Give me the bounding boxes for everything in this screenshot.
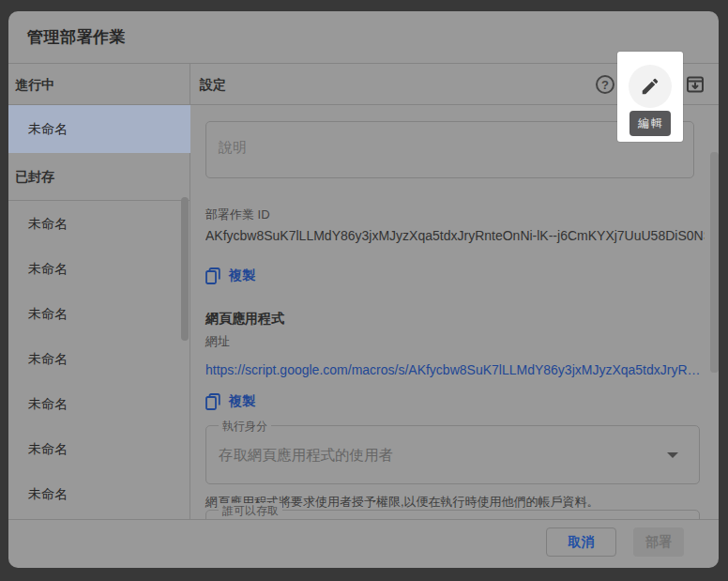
deployment-id-value: AKfycbw8SuK7lLLMdY86y3jxMJyzXqa5tdxJryRn…: [205, 228, 705, 243]
deploy-button[interactable]: 部署: [633, 527, 684, 557]
sidebar-item-archived[interactable]: 未命名: [8, 201, 190, 246]
edit-pencil-icon: [640, 76, 660, 97]
webapp-url-link[interactable]: https://script.google.com/macros/s/AKfyc…: [205, 362, 705, 377]
edit-tooltip: 編輯: [629, 111, 671, 136]
webapp-url: https://script.google.com/macros/s/AKfyc…: [205, 362, 705, 377]
sidebar-item-archived[interactable]: 未命名: [8, 246, 190, 291]
url-label: 網址: [205, 333, 230, 350]
copy-deployment-id-button[interactable]: 複製: [205, 266, 255, 286]
copy-icon: [205, 268, 220, 284]
chevron-down-icon: [667, 452, 678, 458]
edit-button-spotlight: 編輯: [617, 52, 683, 142]
screen: 管理部署作業 進行中 未命名 已封存 未命名未命名未命名未命名未命名未命名未命名…: [0, 0, 728, 581]
sidebar-item-archived[interactable]: 未命名: [8, 336, 190, 381]
manage-deployments-dialog: 管理部署作業 進行中 未命名 已封存 未命名未命名未命名未命名未命名未命名未命名…: [8, 11, 719, 568]
webapp-section-header: 網頁應用程式: [205, 311, 284, 328]
deployments-sidebar: 進行中 未命名 已封存 未命名未命名未命名未命名未命名未命名未命名: [8, 64, 190, 519]
settings-panel-body: 部署作業 ID AKfycbw8SuK7lLLMdY86y3jxMJyzXqa5…: [190, 105, 719, 519]
sidebar-item-archived[interactable]: 未命名: [8, 471, 190, 516]
cancel-button[interactable]: 取消: [546, 527, 616, 557]
sidebar-item-selected[interactable]: 未命名: [8, 105, 190, 153]
deployment-id-label: 部署作業 ID: [205, 206, 270, 223]
sidebar-scrollbar-thumb[interactable]: [181, 197, 189, 341]
sidebar-header-active: 進行中: [8, 64, 190, 105]
dialog-footer: 取消 部署: [8, 519, 719, 568]
access-label: 誰可以存取: [219, 503, 282, 519]
edit-button[interactable]: [629, 65, 672, 108]
settings-title: 設定: [200, 64, 226, 105]
help-icon[interactable]: ?: [595, 74, 615, 95]
execute-as-value: 存取網頁應用程式的使用者: [219, 426, 661, 483]
copy-label: 複製: [229, 268, 255, 284]
copy-label: 複製: [229, 393, 255, 410]
copy-icon: [205, 393, 220, 410]
sidebar-header-archived: 已封存: [8, 153, 190, 201]
sidebar-item-archived[interactable]: 未命名: [8, 291, 190, 336]
copy-url-button[interactable]: 複製: [205, 391, 255, 412]
dialog-title: 管理部署作業: [27, 11, 126, 64]
sidebar-item-archived[interactable]: 未命名: [8, 381, 190, 426]
sidebar-item-archived[interactable]: 未命名: [8, 426, 190, 471]
sidebar-archived-list: 未命名未命名未命名未命名未命名未命名未命名: [8, 201, 190, 519]
access-select[interactable]: 誰可以存取: [205, 510, 700, 519]
dialog-title-bar: 管理部署作業: [8, 11, 719, 64]
execute-as-select[interactable]: 執行身分 存取網頁應用程式的使用者: [205, 425, 700, 484]
archive-deployment-icon[interactable]: [685, 74, 705, 95]
